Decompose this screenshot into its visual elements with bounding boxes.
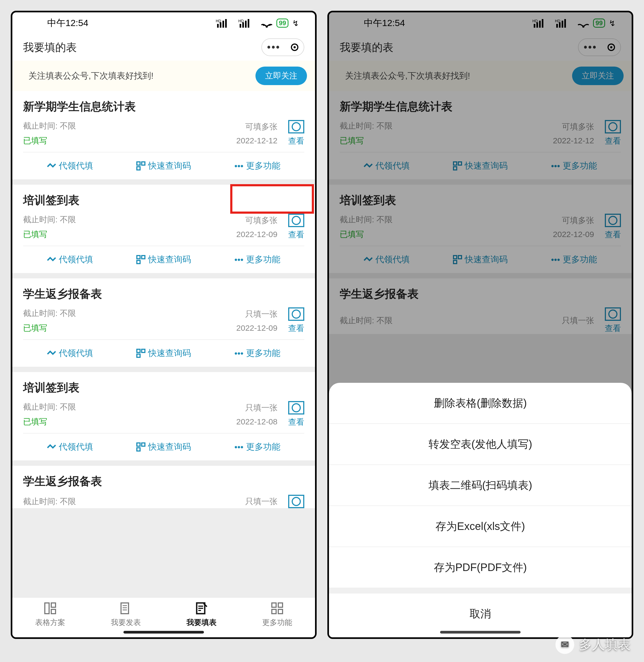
dots-icon: ••• (234, 255, 244, 265)
view-button[interactable]: 查看 (288, 401, 304, 428)
form-card[interactable]: 学生返乡报备表 截止时间: 不限 只填一张 查看 (329, 279, 632, 334)
view-button[interactable]: 查看 (605, 307, 621, 334)
sheet-divider (329, 588, 632, 594)
form-title: 培训签到表 (340, 193, 621, 208)
dots-icon: ••• (234, 161, 244, 171)
svg-rect-30 (454, 256, 457, 259)
form-title: 学生返乡报备表 (340, 286, 621, 302)
form-card[interactable]: 新学期学生信息统计表 截止时间: 不限 已填写 可填多张 2022-12-12 … (12, 91, 315, 179)
fill-status: 已填写 (23, 135, 150, 146)
watermark: ✉ 多人填表 (555, 635, 630, 654)
nav-template[interactable]: 表格方案 (12, 601, 88, 637)
query-code-button[interactable]: 快速查询码 (117, 434, 210, 460)
form-card[interactable]: 培训签到表 截止时间: 不限已填写 可填多张2022-12-09 查看 代领代填… (329, 185, 632, 273)
proxy-fill-button[interactable]: 代领代填 (340, 153, 433, 179)
capsule-close-icon[interactable] (607, 43, 615, 51)
proxy-fill-button[interactable]: 代领代填 (23, 434, 117, 460)
sheet-delete-button[interactable]: 删除表格(删除数据) (329, 383, 632, 424)
form-card[interactable]: 学生返乡报备表 截止时间: 不限 已填写 只填一张 2022-12-09 查看 … (12, 279, 315, 367)
svg-rect-20 (272, 603, 276, 607)
proxy-fill-button[interactable]: 代领代填 (23, 153, 117, 179)
miniprogram-capsule[interactable]: ••• (261, 38, 304, 56)
more-actions-button[interactable]: •••更多功能 (527, 153, 621, 179)
signal-hd-icon-2: HD (238, 19, 257, 28)
charging-icon: ↯ (609, 19, 616, 28)
sheet-forward-button[interactable]: 转发空表(发他人填写) (329, 424, 632, 465)
phone-left: 中午12:54 HD HD 99 ↯ 我要填的表 ••• 关注填表公众号,下次填… (11, 11, 317, 639)
qrcode-icon (453, 255, 462, 264)
view-button[interactable]: 查看 (605, 120, 621, 147)
more-actions-button[interactable]: •••更多功能 (527, 246, 621, 273)
svg-rect-5 (137, 167, 140, 170)
follow-button[interactable]: 立即关注 (572, 67, 624, 85)
form-date: 2022-12-08 (236, 417, 277, 426)
follow-banner: 关注填表公众号,下次填表好找到! 立即关注 (12, 61, 315, 91)
form-card[interactable]: 培训签到表 截止时间: 不限 已填写 可填多张 2022-12-09 查看 代领… (12, 185, 315, 273)
query-code-button[interactable]: 快速查询码 (433, 153, 527, 179)
capsule-close-icon[interactable] (291, 43, 298, 51)
proxy-fill-button[interactable]: 代领代填 (340, 246, 433, 273)
svg-rect-27 (454, 162, 457, 165)
dots-icon: ••• (551, 255, 560, 265)
view-button[interactable]: 查看 (605, 214, 621, 240)
charging-icon: ↯ (292, 19, 299, 28)
view-button[interactable]: 查看 (288, 307, 304, 334)
form-title: 学生返乡报备表 (23, 286, 304, 302)
view-button[interactable]: 查看 (288, 120, 304, 147)
svg-rect-21 (278, 603, 282, 607)
qrcode-icon (136, 349, 145, 358)
svg-rect-12 (137, 443, 140, 446)
page-header: 我要填的表 ••• (329, 34, 632, 61)
query-code-button[interactable]: 快速查询码 (117, 153, 210, 179)
view-button[interactable] (288, 495, 304, 508)
wifi-icon (577, 19, 589, 28)
form-card[interactable]: 培训签到表 截止时间: 不限 已填写 只填一张 2022-12-08 查看 代领… (12, 372, 315, 460)
banner-text: 关注填表公众号,下次填表好找到! (28, 70, 154, 82)
svg-rect-18 (121, 603, 129, 614)
svg-rect-31 (458, 256, 462, 259)
svg-rect-22 (272, 610, 276, 614)
handshake-icon (364, 161, 373, 171)
svg-rect-11 (137, 354, 140, 357)
deadline-row: 截止时间: 不限 (23, 308, 150, 319)
follow-button[interactable]: 立即关注 (255, 67, 307, 85)
dots-icon: ••• (234, 349, 244, 358)
miniprogram-capsule[interactable]: ••• (578, 38, 621, 56)
dots-icon: ••• (234, 442, 244, 452)
home-indicator[interactable] (440, 631, 521, 634)
form-card[interactable]: 新学期学生信息统计表 截止时间: 不限已填写 可填多张2022-12-12 查看… (329, 91, 632, 179)
svg-rect-17 (51, 610, 55, 614)
proxy-fill-button[interactable]: 代领代填 (23, 340, 117, 367)
proxy-fill-button[interactable]: 代领代填 (23, 246, 117, 273)
home-indicator[interactable] (123, 631, 204, 634)
more-actions-button[interactable]: •••更多功能 (211, 340, 304, 367)
view-button[interactable]: 查看 (288, 214, 304, 240)
nav-more[interactable]: 更多功能 (239, 601, 315, 637)
svg-rect-7 (142, 256, 145, 259)
form-title: 培训签到表 (23, 380, 304, 395)
publish-icon (119, 601, 133, 615)
qrcode-icon (136, 255, 145, 264)
grid-icon (270, 601, 284, 615)
query-code-button[interactable]: 快速查询码 (433, 246, 527, 273)
capsule-menu-icon[interactable]: ••• (267, 42, 281, 53)
signal-hd-icon: HD (532, 19, 551, 28)
sheet-qrcode-button[interactable]: 填表二维码(扫码填表) (329, 465, 632, 506)
capsule-menu-icon[interactable]: ••• (584, 42, 597, 53)
form-card[interactable]: 学生返乡报备表 截止时间: 不限 只填一张 (12, 466, 315, 508)
more-actions-button[interactable]: •••更多功能 (211, 153, 304, 179)
more-actions-button[interactable]: •••更多功能 (211, 246, 304, 273)
sheet-save-excel-button[interactable]: 存为Excel(xls文件) (329, 506, 632, 547)
svg-rect-16 (51, 603, 55, 607)
sheet-save-pdf-button[interactable]: 存为PDF(PDF文件) (329, 547, 632, 588)
query-code-button[interactable]: 快速查询码 (117, 246, 210, 273)
form-title: 培训签到表 (23, 193, 304, 208)
query-code-button[interactable]: 快速查询码 (117, 340, 210, 367)
svg-point-26 (582, 25, 584, 28)
svg-rect-28 (458, 162, 462, 165)
wechat-icon: ✉ (555, 635, 574, 654)
form-date: 2022-12-09 (236, 324, 277, 333)
deadline-row: 截止时间: 不限 (23, 214, 150, 225)
more-actions-button[interactable]: •••更多功能 (211, 434, 304, 460)
svg-rect-4 (142, 162, 145, 165)
